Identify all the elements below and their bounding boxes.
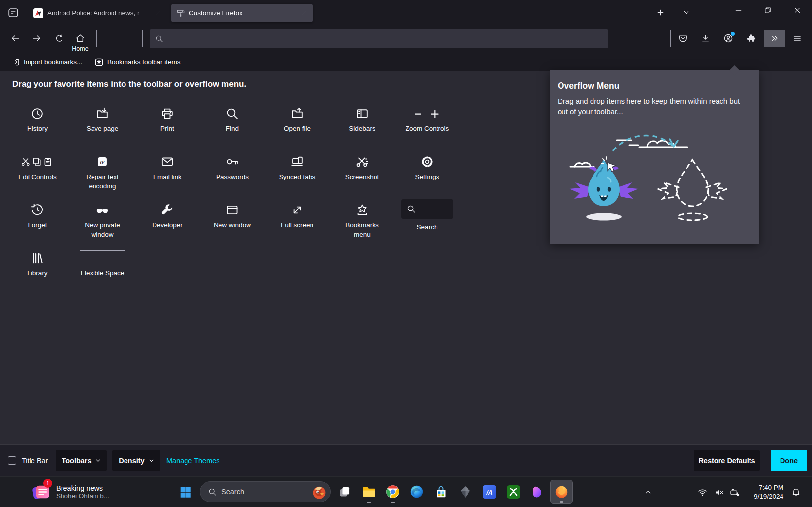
customize-item-label: Settings [415, 173, 439, 182]
customize-item-zoom-controls[interactable]: Zoom Controls [395, 101, 460, 149]
app-ia-icon: /A [483, 485, 496, 499]
account-button[interactable] [719, 30, 737, 47]
window-restore-button[interactable] [756, 0, 779, 21]
window-close-button[interactable] [786, 0, 809, 21]
back-button[interactable] [6, 30, 24, 47]
customize-item-label: New window [214, 221, 251, 230]
find-icon [226, 105, 239, 122]
close-icon [793, 6, 801, 14]
firefox-view-button[interactable] [5, 5, 22, 21]
taskbar-app-file-explorer[interactable] [357, 480, 380, 504]
customize-item-sidebars[interactable]: Sidebars [330, 101, 395, 149]
flexible-space[interactable] [619, 30, 671, 47]
address-bar[interactable] [150, 29, 608, 48]
customize-item-label: Zoom Controls [406, 124, 449, 134]
customize-item-history[interactable]: History [5, 101, 70, 149]
star-box-icon [94, 58, 104, 67]
manage-themes-link[interactable]: Manage Themes [166, 457, 220, 465]
customize-item-label: History [27, 124, 48, 134]
customize-item-passwords[interactable]: Passwords [200, 149, 265, 197]
tab-android-police[interactable]: Android Police: Android news, r [29, 4, 167, 22]
widget-subline: Shohei Ohtani b... [56, 492, 109, 500]
synced-tabs-icon [291, 153, 304, 171]
customize-item-edit-controls[interactable]: Edit Controls [5, 149, 70, 197]
bookmarks-toolbar-items-button[interactable]: Bookmarks toolbar items [92, 56, 184, 68]
taskbar-app-edge[interactable] [406, 480, 428, 504]
pocket-button[interactable] [674, 30, 691, 47]
tab-customize-firefox[interactable]: Customize Firefox [171, 4, 313, 22]
caret-down-icon [95, 458, 101, 463]
search-box[interactable] [401, 199, 453, 219]
customize-item-full-screen[interactable]: Full screen [265, 197, 330, 245]
tab-close-icon[interactable] [299, 8, 309, 18]
customize-item-library[interactable]: Library [5, 245, 70, 294]
tray-notifications-button[interactable] [787, 484, 804, 500]
widgets-button[interactable]: 1 Breaking news Shohei Ohtani b... [29, 481, 112, 502]
open-file-icon [291, 105, 304, 122]
import-bookmarks-button[interactable]: Import bookmarks... [9, 56, 85, 68]
overflow-menu-button[interactable] [764, 30, 785, 47]
title-bar-checkbox[interactable] [8, 456, 16, 465]
downloads-button[interactable] [696, 30, 714, 47]
overflow-panel-title: Overflow Menu [558, 81, 619, 91]
customize-item-save-page[interactable]: Save page [70, 101, 135, 149]
forward-button[interactable] [28, 30, 46, 47]
taskbar-app-firefox[interactable] [550, 480, 573, 504]
done-button[interactable]: Done [771, 450, 807, 471]
tab-close-icon[interactable] [154, 8, 163, 18]
taskbar-app-app-ia[interactable]: /A [478, 480, 500, 504]
taskbar-app-app-designer[interactable] [526, 480, 549, 504]
taskbar-app-xbox[interactable] [502, 480, 525, 504]
taskbar-app-task-view[interactable] [333, 480, 356, 504]
customize-item-repair-text-encoding[interactable]: æRepair text encoding [70, 149, 135, 197]
zoom-controls-icon [414, 105, 440, 122]
tray-chevron-button[interactable] [640, 484, 656, 500]
customize-item-screenshot[interactable]: Screenshot [330, 149, 395, 197]
flexible-space[interactable] [96, 30, 143, 47]
customize-item-bookmarks-menu[interactable]: Bookmarks menu [330, 197, 395, 245]
customize-item-forget[interactable]: Forget [5, 197, 70, 245]
customize-footer: Title Bar Toolbars Density Manage Themes… [0, 444, 812, 476]
bookmarks-toolbar: Import bookmarks... Bookmarks toolbar it… [0, 52, 812, 71]
restore-defaults-button[interactable]: Restore Defaults [694, 450, 760, 471]
toolbars-dropdown[interactable]: Toolbars [56, 450, 107, 471]
taskbar-app-app-gem[interactable] [454, 480, 476, 504]
new-tab-button[interactable] [651, 4, 670, 21]
notification-dot [731, 32, 735, 36]
battery-saver-icon [730, 488, 740, 497]
customize-item-flexible-space[interactable]: Flexible Space [70, 245, 135, 294]
reload-button[interactable] [50, 30, 68, 47]
window-minimize-button[interactable] [727, 0, 750, 21]
pocket-icon [678, 34, 687, 43]
customize-item-email-link[interactable]: Email link [135, 149, 200, 197]
taskbar-app-chrome[interactable] [381, 480, 404, 504]
customize-heading: Drag your favorite items into the toolba… [12, 79, 246, 89]
customize-item-find[interactable]: Find [200, 101, 265, 149]
search-icon [208, 488, 217, 496]
tray-volume-muted-button[interactable] [711, 484, 727, 500]
customize-item-search[interactable]: Search [395, 197, 460, 245]
repair-text-encoding-icon: æ [96, 153, 109, 171]
tray-network-button[interactable] [694, 484, 711, 500]
home-button-label: Home [69, 45, 91, 52]
plus-icon [656, 8, 665, 17]
extensions-button[interactable] [742, 30, 760, 47]
customize-item-developer[interactable]: Developer [135, 197, 200, 245]
customize-item-open-file[interactable]: Open file [265, 101, 330, 149]
customize-item-new-private-window[interactable]: New private window [70, 197, 135, 245]
tray-clock[interactable]: 7:40 PM 9/19/2024 [741, 483, 786, 502]
taskbar-search-box[interactable]: Search [200, 481, 331, 502]
customize-item-new-window[interactable]: New window [200, 197, 265, 245]
home-button[interactable] [71, 30, 89, 47]
list-all-tabs-button[interactable] [676, 4, 696, 21]
tray-date: 9/19/2024 [744, 492, 783, 501]
taskbar-app-microsoft-store[interactable] [430, 480, 452, 504]
density-dropdown[interactable]: Density [112, 450, 160, 471]
customize-item-print[interactable]: Print [135, 101, 200, 149]
start-button[interactable] [178, 485, 193, 500]
tray-battery-saver-button[interactable] [726, 484, 743, 500]
chrome-icon [386, 485, 400, 499]
customize-item-settings[interactable]: Settings [395, 149, 460, 197]
app-menu-button[interactable] [788, 30, 806, 47]
customize-item-synced-tabs[interactable]: Synced tabs [265, 149, 330, 197]
